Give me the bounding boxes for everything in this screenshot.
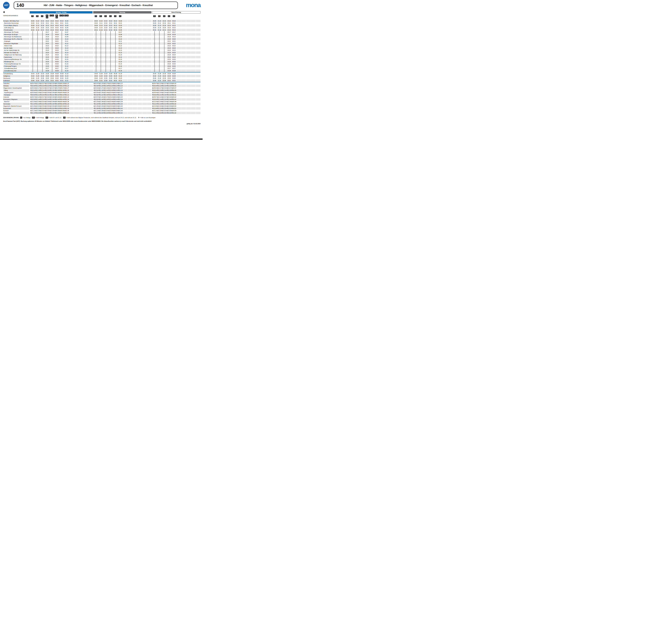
wavy-skip-line-icon xyxy=(105,36,106,38)
time-cell: 00.11 xyxy=(60,22,64,24)
empty-cell xyxy=(147,96,152,98)
skip-cell xyxy=(157,51,162,54)
time-cell: 23.26 xyxy=(167,65,172,67)
departure-time: 23.37 xyxy=(168,87,172,89)
clock-icon xyxy=(94,106,95,107)
time-cell: 23.13 xyxy=(167,24,172,27)
departure-time: 22.21 xyxy=(104,29,107,31)
time-cell: 21.13 xyxy=(94,110,98,112)
departure-time: 23.05 xyxy=(163,112,167,114)
departure-time: 22.47 xyxy=(163,96,167,98)
time-cell: 22.20 xyxy=(103,27,108,29)
empty-cell xyxy=(84,87,88,89)
departure-time: 23.42 xyxy=(51,96,55,98)
time-cell: 00.23 xyxy=(172,49,176,51)
departure-time: 20.45 xyxy=(94,77,98,79)
clock-icon xyxy=(45,97,46,98)
time-cell: 00.39 xyxy=(55,89,59,92)
wavy-skip-line-icon xyxy=(32,47,33,49)
time-cell: 00.00 xyxy=(108,112,113,114)
empty-cell xyxy=(186,49,191,51)
stop-name: - Schwalbenweg Nord xyxy=(3,67,29,70)
row-section: 23.2400.2401.14 xyxy=(30,56,93,58)
empty-cell xyxy=(177,83,181,85)
skip-cell xyxy=(30,33,35,36)
time-cell: 00.16 xyxy=(113,29,118,31)
time-cell: 01.38 xyxy=(64,101,69,103)
empty-cell xyxy=(142,103,147,105)
row-section: 23.2500.25 xyxy=(152,61,201,63)
row-section: 21.1522.0023.0500.0000.0001.0001.0001.50 xyxy=(30,112,93,114)
time-cell: 00.42 xyxy=(60,96,64,98)
empty-cell xyxy=(69,45,74,47)
time-cell: 01.30 xyxy=(118,92,123,94)
departure-time: 23.13 xyxy=(50,25,54,26)
time-cell: 21.44 xyxy=(157,98,162,101)
wavy-skip-line-icon xyxy=(42,31,43,33)
departure-time: 23.25 xyxy=(45,59,49,60)
clock-icon xyxy=(108,83,109,84)
time-cell: 20.43 xyxy=(30,73,35,75)
skip-cell xyxy=(99,70,103,72)
skip-cell xyxy=(157,42,162,45)
clock-icon xyxy=(162,112,163,113)
skip-cell xyxy=(40,51,45,54)
empty-cell xyxy=(69,112,74,114)
empty-cell xyxy=(89,73,93,75)
empty-cell xyxy=(132,63,137,65)
wavy-skip-line-icon xyxy=(159,42,160,45)
empty-cell xyxy=(79,54,84,56)
wavy-skip-line-icon xyxy=(159,49,160,51)
clock-icon xyxy=(172,112,173,113)
departure-time: 20.45 xyxy=(31,77,34,79)
clock-icon xyxy=(118,97,119,98)
time-cell: 01.24 xyxy=(118,85,123,87)
time-cell: 00.31 xyxy=(55,79,59,82)
clock-icon xyxy=(99,97,100,98)
row-section: 23.2100.2101.11 xyxy=(30,40,93,42)
departure-time: 20.28 xyxy=(153,25,156,26)
departure-time: 01.08 xyxy=(65,34,68,35)
wavy-skip-line-icon xyxy=(164,54,165,56)
row-section: 23.2700.27 xyxy=(152,67,201,70)
row-section: 23.2500.2501.15 xyxy=(30,61,93,63)
time-cell: 20.54 xyxy=(94,89,98,92)
row-section: 23.2800.2801.18 xyxy=(30,70,93,72)
clock-icon xyxy=(167,112,168,113)
time-cell: 23.16 xyxy=(45,29,49,31)
row-section: 23.2600.2601.16 xyxy=(30,63,93,65)
time-cell: 00.37 xyxy=(113,87,118,89)
wavy-skip-line-icon xyxy=(37,40,38,42)
row-section: 20.5421.3922.4423.3923.3900.3900.3901.29 xyxy=(30,89,93,92)
empty-cell xyxy=(74,67,79,70)
empty-cell xyxy=(84,33,88,36)
wavy-skip-line-icon xyxy=(42,54,43,56)
departure-time: 23.41 xyxy=(168,94,172,96)
time-cell: 23.13 xyxy=(45,24,49,27)
wavy-skip-line-icon xyxy=(100,56,101,58)
skip-cell xyxy=(99,54,103,56)
empty-cell xyxy=(84,38,88,40)
wavy-skip-line-icon xyxy=(42,67,43,70)
time-cell: 20.30 xyxy=(94,27,98,29)
departure-time: 00.28 xyxy=(60,73,64,75)
time-cell: 23.28 xyxy=(108,73,113,75)
skip-cell xyxy=(99,31,103,33)
skip-cell xyxy=(103,40,108,42)
clock-icon xyxy=(172,94,173,95)
empty-cell xyxy=(181,89,186,92)
clock-icon xyxy=(94,112,95,113)
arrow-left-icon[interactable] xyxy=(3,11,6,13)
empty-cell xyxy=(89,96,93,98)
wavy-skip-line-icon xyxy=(110,65,111,67)
skip-cell xyxy=(40,49,45,51)
empty-cell xyxy=(147,85,152,87)
skip-cell xyxy=(94,49,98,51)
row-section: 20.2521.1022.1523.1023.1000.1000.1001.00 xyxy=(30,20,93,22)
clock-icon xyxy=(30,90,31,91)
skip-cell xyxy=(152,70,157,72)
empty-cell xyxy=(142,33,147,36)
time-cell: 23.23 xyxy=(45,51,49,54)
time-cell: 20.31 xyxy=(30,29,35,31)
departure-time: 00.19 xyxy=(172,36,176,37)
